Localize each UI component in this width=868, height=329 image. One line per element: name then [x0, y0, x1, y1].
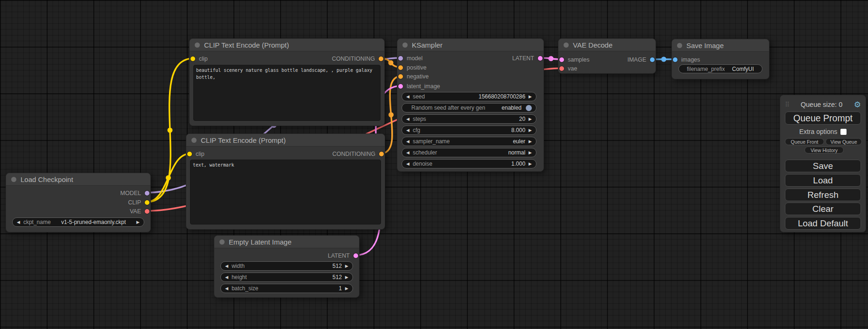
conditioning-port[interactable] — [398, 74, 403, 79]
width-widget[interactable]: ◀ width 512 ▶ — [220, 261, 353, 271]
clip-port[interactable] — [187, 152, 192, 156]
node-title-bar[interactable]: CLIP Text Encode (Prompt) — [190, 39, 384, 51]
output-clip: CLIP — [128, 198, 149, 207]
output-vae: VAE — [130, 207, 149, 216]
conditioning-port[interactable] — [379, 152, 384, 156]
seed-widget[interactable]: ◀ seed 156680208700286 ▶ — [402, 92, 536, 101]
link-midpoint-dot — [166, 175, 171, 181]
latent-port[interactable] — [353, 253, 358, 258]
stepper-left-icon[interactable]: ◀ — [225, 275, 228, 280]
view-history-button[interactable]: View History — [804, 147, 844, 154]
node-title: CLIP Text Encode (Prompt) — [204, 41, 289, 49]
comfyui-canvas[interactable]: { "app": "ComfyUI node graph", "port_col… — [0, 0, 868, 329]
node-title-bar[interactable]: CLIP Text Encode (Prompt) — [186, 134, 385, 147]
stepper-left-icon[interactable]: ◀ — [406, 161, 409, 166]
stepper-right-icon[interactable]: ▶ — [529, 117, 532, 121]
model-port[interactable] — [145, 191, 149, 196]
node-load-checkpoint[interactable]: Load Checkpoint MODEL CLIP VAE ◀ ckpt_na… — [6, 173, 151, 232]
stepper-left-icon[interactable]: ◀ — [406, 150, 409, 155]
image-port[interactable] — [673, 57, 677, 62]
queue-front-button[interactable]: Queue Front — [785, 138, 824, 145]
input-vae: vae — [559, 64, 577, 73]
stepper-right-icon[interactable]: ▶ — [529, 161, 532, 166]
load-button[interactable]: Load — [785, 174, 861, 187]
output-latent: LATENT — [512, 54, 543, 63]
filename-prefix-widget[interactable]: filename_prefix ComfyUI — [678, 64, 762, 73]
stepper-right-icon[interactable]: ▶ — [345, 275, 348, 280]
input-model: model — [398, 54, 423, 63]
node-clip-text-encode-negative[interactable]: CLIP Text Encode (Prompt) clip CONDITION… — [186, 133, 385, 230]
scheduler-widget[interactable]: ◀ scheduler normal ▶ — [402, 148, 536, 157]
steps-widget[interactable]: ◀ steps 20 ▶ — [402, 114, 536, 124]
prompt-textarea[interactable]: beautiful scenery nature glass bottle la… — [193, 65, 381, 121]
vae-port[interactable] — [145, 209, 149, 214]
view-queue-button[interactable]: View Queue — [826, 138, 862, 145]
queue-panel: ⠿ Queue size: 0 ⚙ Queue Prompt Extra opt… — [780, 95, 866, 232]
node-ksampler[interactable]: KSampler model LATENT positive negative … — [397, 38, 544, 172]
stepper-left-icon[interactable]: ◀ — [406, 94, 409, 99]
node-title-bar[interactable]: VAE Decode — [558, 39, 656, 51]
stepper-left-icon[interactable]: ◀ — [17, 220, 20, 224]
stepper-left-icon[interactable]: ◀ — [406, 128, 409, 133]
extra-options-row: Extra options — [780, 128, 866, 135]
toggle-icon[interactable] — [526, 105, 532, 111]
stepper-right-icon[interactable]: ▶ — [345, 264, 348, 268]
node-status-dot — [402, 42, 408, 48]
clear-button[interactable]: Clear — [785, 203, 861, 215]
node-clip-text-encode-positive[interactable]: CLIP Text Encode (Prompt) clip CONDITION… — [189, 38, 385, 126]
latent-port[interactable] — [398, 84, 403, 89]
cfg-widget[interactable]: ◀ cfg 8.000 ▶ — [402, 126, 536, 135]
stepper-left-icon[interactable]: ◀ — [225, 286, 228, 291]
node-title-bar[interactable]: KSampler — [397, 39, 543, 51]
stepper-right-icon[interactable]: ▶ — [529, 128, 532, 133]
latent-port[interactable] — [538, 56, 543, 61]
extra-options-checkbox[interactable] — [840, 129, 847, 135]
node-status-dot — [677, 43, 682, 48]
conditioning-port[interactable] — [379, 56, 383, 61]
stepper-right-icon[interactable]: ▶ — [529, 94, 532, 99]
input-positive: positive — [398, 63, 426, 72]
batch-size-widget[interactable]: ◀ batch_size 1 ▶ — [220, 284, 353, 293]
height-widget[interactable]: ◀ height 512 ▶ — [220, 273, 353, 282]
conditioning-port[interactable] — [398, 65, 403, 70]
clip-port[interactable] — [191, 56, 195, 61]
latent-port[interactable] — [559, 57, 564, 62]
refresh-button[interactable]: Refresh — [785, 189, 861, 201]
stepper-right-icon[interactable]: ▶ — [345, 286, 348, 291]
output-image: IMAGE — [628, 55, 655, 64]
image-port[interactable] — [650, 57, 655, 62]
stepper-right-icon[interactable]: ▶ — [529, 139, 532, 144]
node-title-bar[interactable]: Save Image — [672, 39, 769, 52]
node-title-bar[interactable]: Empty Latent Image — [214, 236, 359, 248]
vae-port[interactable] — [559, 66, 564, 71]
model-port[interactable] — [398, 56, 403, 61]
link-midpoint-dot — [168, 128, 173, 133]
prompt-textarea[interactable]: text, watermark — [190, 160, 381, 224]
node-title: CLIP Text Encode (Prompt) — [201, 136, 286, 144]
stepper-left-icon[interactable]: ◀ — [406, 117, 409, 121]
drag-handle-icon[interactable]: ⠿ — [785, 101, 789, 108]
load-default-button[interactable]: Load Default — [785, 217, 861, 230]
node-status-dot — [191, 138, 197, 143]
node-title: Load Checkpoint — [21, 175, 73, 183]
stepper-left-icon[interactable]: ◀ — [225, 264, 228, 268]
denoise-widget[interactable]: ◀ denoise 1.000 ▶ — [402, 159, 536, 168]
clip-port[interactable] — [145, 200, 149, 205]
node-save-image[interactable]: Save Image images filename_prefix ComfyU… — [671, 39, 769, 79]
save-button[interactable]: Save — [785, 160, 861, 172]
random-seed-widget[interactable]: Random seed after every gen enabled — [402, 103, 536, 112]
gear-icon[interactable]: ⚙ — [854, 101, 861, 109]
queue-prompt-button[interactable]: Queue Prompt — [785, 112, 861, 125]
node-status-dot — [195, 42, 200, 48]
sampler-name-widget[interactable]: ◀ sampler_name euler ▶ — [402, 137, 536, 146]
output-latent: LATENT — [328, 251, 358, 260]
node-title-bar[interactable]: Load Checkpoint — [6, 173, 150, 186]
input-clip: clip — [187, 149, 205, 159]
node-vae-decode[interactable]: VAE Decode samples IMAGE vae — [558, 38, 656, 74]
ckpt-name-widget[interactable]: ◀ ckpt_name v1-5-pruned-emaonly.ckpt ▶ — [12, 217, 144, 227]
stepper-right-icon[interactable]: ▶ — [529, 150, 532, 155]
stepper-right-icon[interactable]: ▶ — [136, 220, 140, 224]
stepper-left-icon[interactable]: ◀ — [406, 139, 409, 144]
input-clip: clip — [191, 54, 208, 63]
node-empty-latent-image[interactable]: Empty Latent Image LATENT ◀ width 512 ▶ … — [214, 235, 360, 298]
